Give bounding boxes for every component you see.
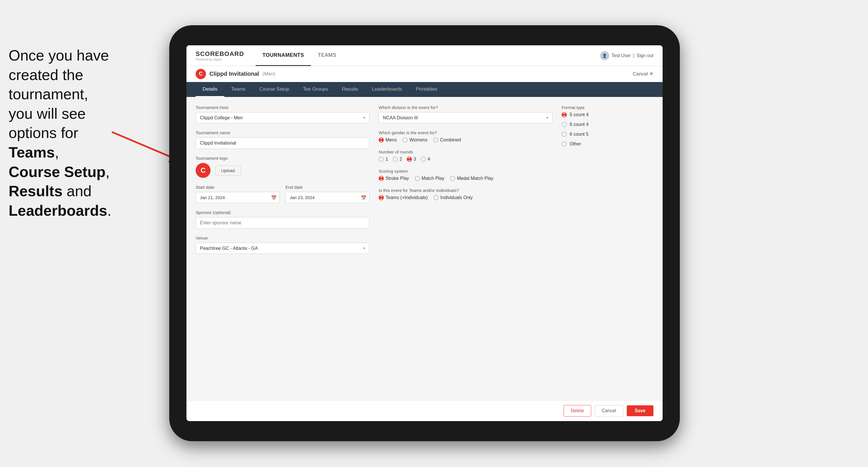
sub-tab-tee-groups[interactable]: Tee Groups: [296, 82, 335, 97]
rounds-4[interactable]: 4: [421, 157, 430, 162]
rounds-2[interactable]: 2: [393, 157, 402, 162]
gender-womens[interactable]: Womens: [402, 137, 427, 143]
venue-select[interactable]: Peachtree GC - Atlanta - GA: [196, 243, 369, 254]
scoring-medal-circle[interactable]: [450, 176, 455, 181]
gender-combined[interactable]: Combined: [433, 137, 461, 143]
teams-radio-group: Teams (+Individuals) Individuals Only: [379, 195, 553, 200]
scoring-stroke-circle[interactable]: [379, 176, 384, 181]
logo-sub: Powered by clippd: [196, 58, 244, 61]
format-5count4-label: 5 count 4: [570, 112, 589, 117]
tournament-name-input[interactable]: [196, 137, 369, 149]
rounds-radio-group: 1 2 3 4: [379, 157, 553, 162]
gender-combined-label: Combined: [440, 137, 461, 143]
venue-label: Venue: [196, 236, 369, 240]
form-left-col: Tournament Host Clippd College - Men Tou…: [196, 105, 369, 261]
sub-tab-course-setup[interactable]: Course Setup: [252, 82, 296, 97]
teams-circle[interactable]: [379, 195, 384, 200]
sub-nav: Details Teams Course Setup Tee Groups Re…: [186, 82, 662, 97]
instruction-panel: Once you have created the tournament, yo…: [0, 40, 161, 226]
format-other[interactable]: Other: [562, 142, 653, 147]
rounds-1[interactable]: 1: [379, 157, 388, 162]
sub-tab-details[interactable]: Details: [196, 82, 224, 97]
gender-mens[interactable]: Mens: [379, 137, 397, 143]
start-date-input[interactable]: [196, 192, 280, 203]
rounds-3-circle[interactable]: [407, 157, 412, 162]
format-other-circle[interactable]: [562, 142, 567, 147]
sub-tab-leaderboards[interactable]: Leaderboards: [365, 82, 409, 97]
sub-tab-teams[interactable]: Teams: [224, 82, 252, 97]
format-6count5[interactable]: 6 count 5: [562, 132, 653, 137]
sponsor-label: Sponsor (optional): [196, 210, 369, 215]
rounds-4-circle[interactable]: [421, 157, 426, 162]
user-area: 👤 Test User | Sign out: [600, 51, 653, 60]
logo-upload-area: C Upload: [196, 163, 369, 178]
format-6count5-circle[interactable]: [562, 132, 567, 137]
format-label: Format type: [562, 105, 653, 110]
nav-tab-tournaments[interactable]: TOURNAMENTS: [255, 45, 311, 66]
scoring-medal-label: Medal Match Play: [457, 176, 493, 181]
scoring-label: Scoring system: [379, 169, 553, 174]
rounds-3[interactable]: 3: [407, 157, 416, 162]
individuals-circle[interactable]: [433, 195, 439, 200]
teams-group: Is this event for Teams and/or Individua…: [379, 188, 553, 200]
sign-out-link[interactable]: Sign out: [637, 53, 653, 58]
start-date-label: Start date: [196, 185, 280, 190]
user-label[interactable]: Test User: [612, 53, 631, 58]
rounds-1-circle[interactable]: [379, 157, 384, 162]
gender-combined-circle[interactable]: [433, 137, 438, 143]
format-6count4-circle[interactable]: [562, 122, 567, 127]
upload-button[interactable]: Upload: [215, 165, 241, 176]
scoring-match-circle[interactable]: [415, 176, 420, 181]
rounds-2-circle[interactable]: [393, 157, 398, 162]
form-footer: Delete Cancel Save: [186, 400, 662, 421]
start-date-item: Start date: [196, 185, 280, 203]
format-6count4-label: 6 count 4: [570, 122, 589, 127]
format-col: Format type 5 count 4 6 count 4 6 count …: [562, 105, 653, 261]
nav-tab-teams[interactable]: TEAMS: [311, 45, 343, 66]
gender-womens-circle[interactable]: [402, 137, 408, 143]
scoring-stroke-label: Stroke Play: [385, 176, 409, 181]
cancel-top-x[interactable]: ✕: [649, 71, 653, 76]
division-select-wrap: NCAA Division III: [379, 112, 553, 123]
venue-group: Venue Peachtree GC - Atlanta - GA: [196, 236, 369, 254]
teams-plus-individuals[interactable]: Teams (+Individuals): [379, 195, 428, 200]
scoring-medal-match[interactable]: Medal Match Play: [450, 176, 493, 181]
format-5count4-circle[interactable]: [562, 112, 567, 117]
gender-mens-label: Mens: [385, 137, 397, 143]
end-date-label: End date: [285, 185, 369, 190]
breadcrumb-bar: C Clippd Invitational (Men) Cancel ✕: [186, 66, 662, 82]
instruction-results: Results: [9, 183, 63, 199]
tournament-host-select-wrap: Clippd College - Men: [196, 112, 369, 123]
sub-tab-printables[interactable]: Printables: [409, 82, 444, 97]
rounds-3-label: 3: [414, 157, 416, 162]
breadcrumb-left: C Clippd Invitational (Men): [196, 69, 275, 79]
tournament-name-group: Tournament name: [196, 130, 369, 149]
format-5count4[interactable]: 5 count 4: [562, 112, 653, 117]
save-button[interactable]: Save: [627, 405, 653, 416]
division-select[interactable]: NCAA Division III: [379, 112, 553, 123]
cancel-button[interactable]: Cancel: [595, 405, 623, 416]
breadcrumb-title: Clippd Invitational: [209, 70, 259, 77]
breadcrumb-subtitle: (Men): [262, 71, 275, 77]
cancel-top-label[interactable]: Cancel: [633, 71, 648, 76]
scoring-stroke[interactable]: Stroke Play: [379, 176, 409, 181]
individuals-only[interactable]: Individuals Only: [433, 195, 473, 200]
app-header: SCOREBOARD Powered by clippd TOURNAMENTS…: [186, 45, 662, 66]
sponsor-input[interactable]: [196, 217, 369, 229]
delete-button[interactable]: Delete: [564, 405, 591, 416]
division-group: Which division is the event for? NCAA Di…: [379, 105, 553, 123]
logo-area: SCOREBOARD Powered by clippd: [196, 50, 244, 61]
scoring-group: Scoring system Stroke Play Match Play: [379, 169, 553, 181]
tournament-host-label: Tournament Host: [196, 105, 369, 110]
tournament-host-select[interactable]: Clippd College - Men: [196, 112, 369, 123]
scoring-match[interactable]: Match Play: [415, 176, 444, 181]
gender-radio-group: Mens Womens Combined: [379, 137, 553, 143]
format-6count4[interactable]: 6 count 4: [562, 122, 653, 127]
gender-mens-circle[interactable]: [379, 137, 384, 143]
scoring-match-label: Match Play: [422, 176, 444, 181]
cancel-top-button[interactable]: Cancel ✕: [633, 71, 653, 77]
end-date-input[interactable]: [285, 192, 369, 203]
tablet-screen: SCOREBOARD Powered by clippd TOURNAMENTS…: [186, 45, 662, 421]
sub-tab-results[interactable]: Results: [335, 82, 365, 97]
rounds-group: Number of rounds 1 2: [379, 150, 553, 162]
